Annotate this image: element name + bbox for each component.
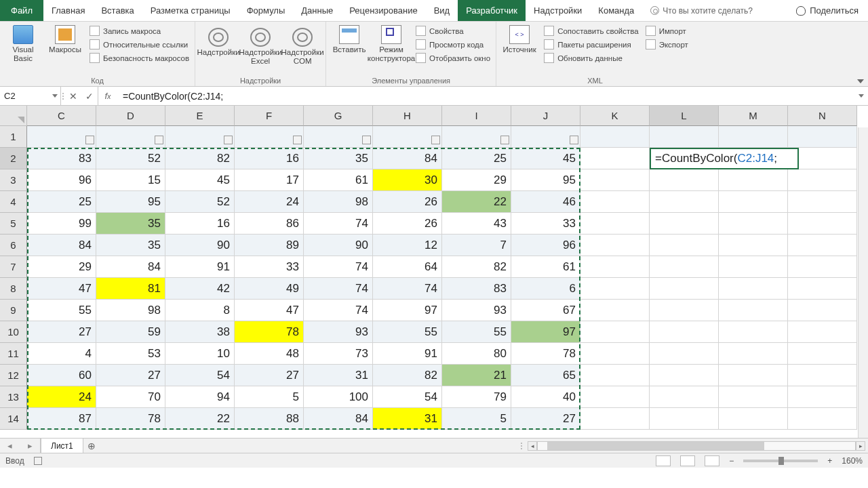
column-header[interactable]: G — [304, 106, 373, 126]
cell[interactable] — [580, 256, 650, 278]
cell[interactable] — [580, 386, 650, 408]
cell[interactable] — [650, 213, 719, 235]
cell[interactable]: 21 — [442, 365, 511, 386]
fx-icon[interactable]: fx — [98, 87, 117, 105]
cell[interactable]: 70 — [96, 386, 165, 408]
page-layout-view-button[interactable] — [680, 455, 695, 466]
name-box[interactable]: C2 — [0, 87, 61, 105]
cell[interactable]: 64 — [373, 256, 442, 278]
cell[interactable] — [650, 191, 719, 213]
cell[interactable]: 94 — [165, 386, 235, 408]
cell[interactable] — [788, 386, 857, 408]
cell[interactable] — [788, 365, 857, 386]
cell[interactable]: 31 — [373, 408, 442, 430]
cell[interactable] — [788, 191, 857, 213]
tab-разработчик[interactable]: Разработчик — [458, 0, 526, 21]
cell[interactable] — [788, 408, 857, 430]
cell[interactable] — [719, 169, 788, 191]
column-header[interactable]: M — [719, 106, 788, 126]
cell[interactable]: 33 — [235, 256, 304, 278]
tab-file[interactable]: Файл — [0, 0, 43, 21]
filter-dropdown-icon[interactable] — [224, 136, 233, 144]
cell[interactable]: 95 — [511, 169, 580, 191]
column-header[interactable]: E — [165, 106, 235, 126]
formula-input[interactable]: =CountByColor(C2:J14; — [117, 87, 868, 105]
cell[interactable] — [650, 386, 719, 408]
cell[interactable] — [719, 235, 788, 256]
cell[interactable]: 96 — [511, 235, 580, 256]
cell[interactable]: 47 — [235, 300, 304, 321]
insert-control-button[interactable]: Вставить — [330, 24, 368, 54]
cell[interactable] — [788, 126, 857, 148]
cell[interactable] — [719, 256, 788, 278]
sheet-nav[interactable]: ◂▸ — [0, 439, 41, 453]
cell[interactable] — [719, 365, 788, 386]
cell[interactable]: 78 — [235, 321, 304, 343]
cell[interactable]: 29 — [442, 169, 511, 191]
cell[interactable] — [719, 300, 788, 321]
cell[interactable]: 88 — [235, 408, 304, 430]
row-header[interactable]: 2 — [0, 148, 27, 169]
cell[interactable]: 98 — [304, 191, 373, 213]
cell[interactable]: 35 — [96, 235, 165, 256]
column-header[interactable]: D — [96, 106, 165, 126]
filter-dropdown-icon[interactable] — [570, 136, 578, 144]
row-header[interactable]: 12 — [0, 365, 27, 386]
column-header[interactable]: F — [235, 106, 304, 126]
filter-dropdown-icon[interactable] — [362, 136, 371, 144]
cell[interactable] — [719, 191, 788, 213]
cell[interactable]: 55 — [27, 300, 96, 321]
cell[interactable]: 33 — [511, 213, 580, 235]
cell[interactable] — [788, 169, 857, 191]
row-header[interactable]: 5 — [0, 213, 27, 235]
cell[interactable]: 5 — [235, 386, 304, 408]
row-header[interactable]: 8 — [0, 278, 27, 300]
cell[interactable]: 52 — [96, 148, 165, 169]
cell[interactable] — [580, 126, 650, 148]
filter-dropdown-icon[interactable] — [155, 136, 163, 144]
zoom-out-button[interactable]: − — [729, 456, 734, 466]
cell[interactable]: 26 — [373, 213, 442, 235]
visual-basic-button[interactable]: VisualBasic — [4, 24, 42, 63]
cell[interactable]: 45 — [165, 169, 235, 191]
tab-вид[interactable]: Вид — [426, 0, 458, 21]
cell[interactable] — [719, 321, 788, 343]
cell[interactable]: 49 — [235, 278, 304, 300]
cell[interactable]: 74 — [373, 278, 442, 300]
cell[interactable]: 74 — [304, 300, 373, 321]
cell[interactable]: 87 — [27, 408, 96, 430]
zoom-level[interactable]: 160% — [842, 456, 863, 466]
cell[interactable] — [650, 235, 719, 256]
share-button[interactable]: Поделиться — [787, 0, 868, 21]
cell[interactable]: 16 — [235, 148, 304, 169]
cell[interactable]: 35 — [304, 148, 373, 169]
cell[interactable] — [719, 148, 788, 169]
cell[interactable]: 27 — [235, 365, 304, 386]
addins-button[interactable]: Надстройки — [199, 24, 237, 57]
cell[interactable] — [373, 126, 442, 148]
cell[interactable]: 74 — [304, 278, 373, 300]
cell[interactable] — [650, 300, 719, 321]
cell[interactable]: 15 — [96, 169, 165, 191]
cell[interactable]: 48 — [235, 343, 304, 365]
tab-рецензирование[interactable]: Рецензирование — [341, 0, 425, 21]
xml-export-button[interactable]: Экспорт — [644, 39, 690, 50]
xml-source-button[interactable]: Источник — [500, 24, 538, 54]
cell[interactable] — [650, 408, 719, 430]
row-header[interactable]: 9 — [0, 300, 27, 321]
map-properties-button[interactable]: Сопоставить свойства — [542, 25, 640, 37]
cell[interactable]: 91 — [373, 343, 442, 365]
add-sheet-button[interactable]: ⊕ — [83, 439, 100, 453]
confirm-formula-button[interactable]: ✓ — [81, 91, 98, 102]
cell[interactable]: 93 — [442, 300, 511, 321]
cell[interactable] — [650, 169, 719, 191]
cell[interactable] — [442, 126, 511, 148]
row-header[interactable]: 3 — [0, 169, 27, 191]
page-break-view-button[interactable] — [705, 455, 719, 466]
horizontal-scrollbar[interactable]: ◂ ▸ — [100, 439, 868, 453]
row-header[interactable]: 1 — [0, 126, 27, 148]
row-header[interactable]: 4 — [0, 191, 27, 213]
cell[interactable]: 84 — [27, 235, 96, 256]
cell[interactable]: 65 — [511, 365, 580, 386]
cell[interactable] — [788, 148, 857, 169]
